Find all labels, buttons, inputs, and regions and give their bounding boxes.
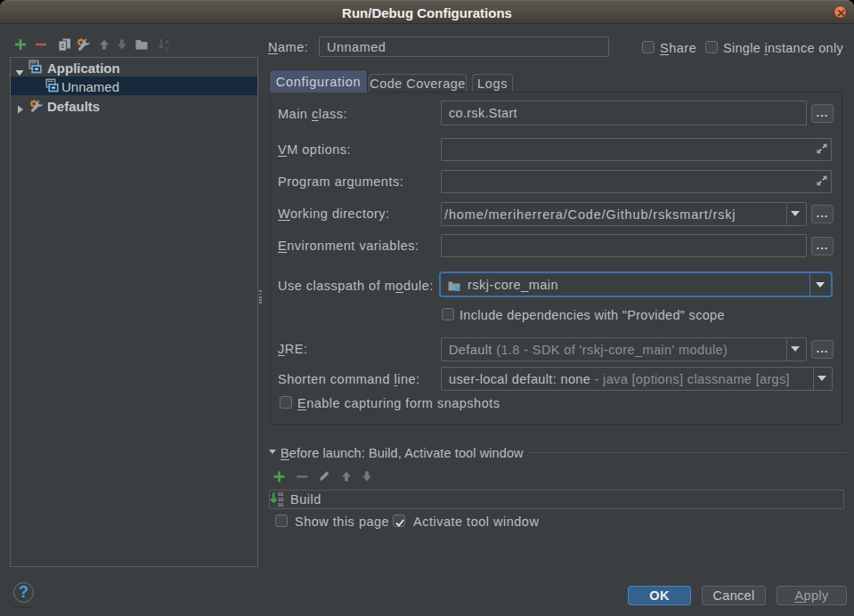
svg-text:01: 01 [278, 502, 284, 507]
svg-text:z: z [165, 45, 168, 52]
